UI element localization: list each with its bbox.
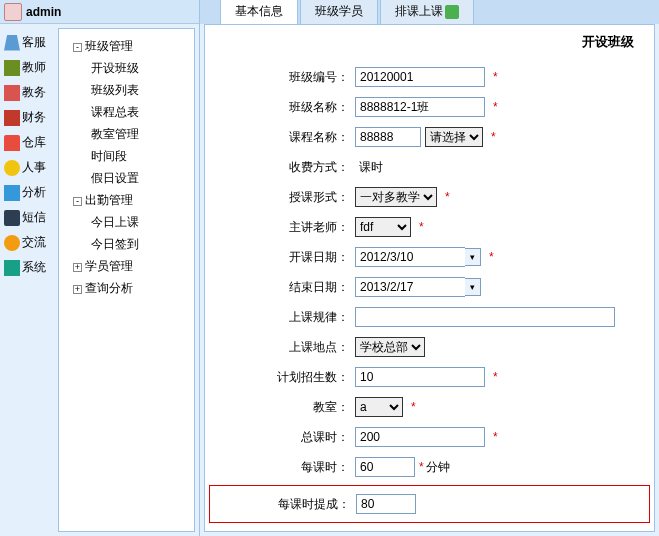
required-mark: * [493, 370, 498, 384]
gear-icon [4, 260, 20, 276]
nav-chat[interactable]: 交流 [0, 230, 58, 255]
right-panel: 基本信息 班级学员 排课上课 开设班级 班级编号： * 班级名称： * 课程名称… [200, 0, 659, 536]
total-hours-input[interactable] [355, 427, 485, 447]
nav-an[interactable]: 分析 [0, 180, 58, 205]
tree-holiday[interactable]: 假日设置 [63, 167, 190, 189]
label-mode: 授课形式： [215, 189, 355, 206]
label-loc: 上课地点： [215, 339, 355, 356]
tree-panel: -班级管理 开设班级 班级列表 课程总表 教室管理 时间段 假日设置 -出勤管理… [58, 28, 195, 532]
commission-input[interactable] [356, 494, 416, 514]
label-fee: 收费方式： [215, 159, 355, 176]
tree-open-class[interactable]: 开设班级 [63, 57, 190, 79]
required-mark: * [493, 430, 498, 444]
tab-bar: 基本信息 班级学员 排课上课 [200, 0, 659, 24]
per-unit: 分钟 [426, 459, 450, 476]
label-end: 结束日期： [215, 279, 355, 296]
tab-students[interactable]: 班级学员 [300, 0, 378, 24]
collapse-icon[interactable]: - [73, 43, 82, 52]
label-commission: 每课时提成： [216, 496, 356, 513]
label-rule: 上课规律： [215, 309, 355, 326]
tree-signin[interactable]: 今日签到 [63, 233, 190, 255]
course-select[interactable]: 请选择 [425, 127, 483, 147]
nav-sys[interactable]: 系统 [0, 255, 58, 280]
fee-value: 课时 [355, 159, 383, 176]
plan-input[interactable] [355, 367, 485, 387]
label-per: 每课时： [215, 459, 355, 476]
flag-icon [445, 5, 459, 19]
finance-icon [4, 110, 20, 126]
book-icon [4, 85, 20, 101]
label-plan: 计划招生数： [215, 369, 355, 386]
calendar-icon[interactable]: ▾ [465, 248, 481, 266]
person-icon [4, 160, 20, 176]
required-mark: * [493, 70, 498, 84]
teacher-select[interactable]: fdf [355, 217, 411, 237]
headset-icon [4, 35, 20, 51]
tab-basic[interactable]: 基本信息 [220, 0, 298, 24]
label-total: 总课时： [215, 429, 355, 446]
avatar-icon [4, 3, 22, 21]
main-nav: 客服 教师 教务 财务 仓库 人事 分析 短信 交流 系统 [0, 24, 58, 536]
per-hour-input[interactable] [355, 457, 415, 477]
tree-attend[interactable]: -出勤管理 [63, 189, 190, 211]
class-name-input[interactable] [355, 97, 485, 117]
rule-input[interactable] [355, 307, 615, 327]
label-start: 开课日期： [215, 249, 355, 266]
class-form: 班级编号： * 班级名称： * 课程名称： 请选择 * 收费方式： [205, 65, 654, 532]
expand-icon[interactable]: + [73, 263, 82, 272]
course-code-input[interactable] [355, 127, 421, 147]
house-icon [4, 135, 20, 151]
required-mark: * [445, 190, 450, 204]
tab-schedule[interactable]: 排课上课 [380, 0, 474, 24]
required-mark: * [493, 100, 498, 114]
tree-course[interactable]: 课程总表 [63, 101, 190, 123]
label-course: 课程名称： [215, 129, 355, 146]
required-mark: * [489, 250, 494, 264]
page-title: 开设班级 [582, 33, 634, 51]
tree-student[interactable]: +学员管理 [63, 255, 190, 277]
nav-kefu[interactable]: 客服 [0, 30, 58, 55]
tree-class-list[interactable]: 班级列表 [63, 79, 190, 101]
required-mark: * [491, 130, 496, 144]
tree-query[interactable]: +查询分析 [63, 277, 190, 299]
expand-icon[interactable]: + [73, 285, 82, 294]
calendar-icon[interactable]: ▾ [465, 278, 481, 296]
chart-icon [4, 185, 20, 201]
required-mark: * [419, 220, 424, 234]
left-panel: admin 客服 教师 教务 财务 仓库 人事 分析 短信 交流 系统 -班级管… [0, 0, 200, 536]
label-room: 教室： [215, 399, 355, 416]
required-mark: * [419, 460, 424, 474]
start-date-input[interactable] [355, 247, 465, 267]
nav-store[interactable]: 仓库 [0, 130, 58, 155]
tree-time[interactable]: 时间段 [63, 145, 190, 167]
nav-teacher[interactable]: 教师 [0, 55, 58, 80]
content-area: 开设班级 班级编号： * 班级名称： * 课程名称： 请选择 * [204, 24, 655, 532]
highlight-box: 每课时提成： [209, 485, 650, 523]
nav-fin[interactable]: 财务 [0, 105, 58, 130]
label-teacher: 主讲老师： [215, 219, 355, 236]
required-mark: * [411, 400, 416, 414]
mode-select[interactable]: 一对多教学 [355, 187, 437, 207]
nav-sms[interactable]: 短信 [0, 205, 58, 230]
tree-room[interactable]: 教室管理 [63, 123, 190, 145]
user-bar: admin [0, 0, 199, 24]
location-select[interactable]: 学校总部 [355, 337, 425, 357]
chat-icon [4, 235, 20, 251]
class-id-input[interactable] [355, 67, 485, 87]
phone-icon [4, 210, 20, 226]
label-name: 班级名称： [215, 99, 355, 116]
tree-today[interactable]: 今日上课 [63, 211, 190, 233]
username: admin [26, 5, 61, 19]
nav-hr[interactable]: 人事 [0, 155, 58, 180]
room-select[interactable]: a [355, 397, 403, 417]
label-id: 班级编号： [215, 69, 355, 86]
tree-classmgr[interactable]: -班级管理 [63, 35, 190, 57]
collapse-icon[interactable]: - [73, 197, 82, 206]
teacher-icon [4, 60, 20, 76]
end-date-input[interactable] [355, 277, 465, 297]
nav-edu[interactable]: 教务 [0, 80, 58, 105]
